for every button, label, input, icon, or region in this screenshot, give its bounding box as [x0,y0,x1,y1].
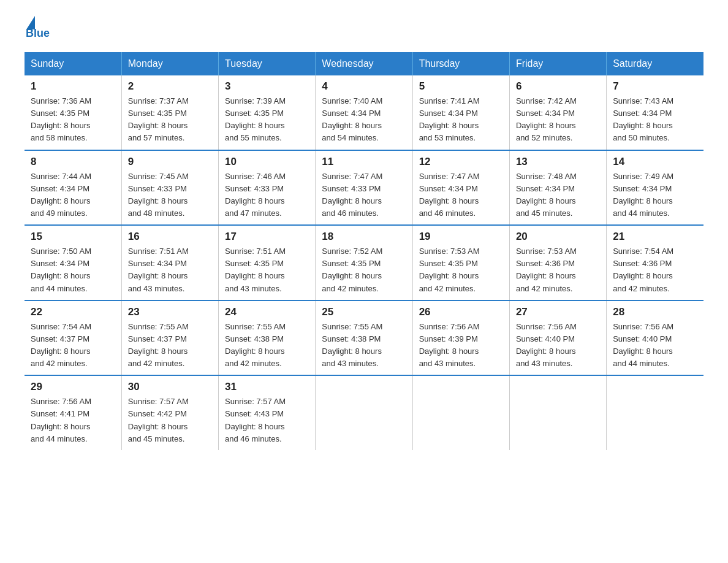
day-info: Sunrise: 7:57 AM Sunset: 4:43 PM Dayligh… [225,396,309,445]
header-wednesday: Wednesday [316,52,412,75]
header-monday: Monday [121,52,218,75]
day-number: 2 [128,80,212,93]
day-number: 10 [225,156,309,168]
calendar-header-row: SundayMondayTuesdayWednesdayThursdayFrid… [25,52,703,75]
day-number: 28 [613,306,697,318]
day-number: 25 [322,306,406,318]
day-info: Sunrise: 7:43 AM Sunset: 4:34 PM Dayligh… [613,95,697,145]
day-number: 19 [419,231,503,243]
day-cell: 30 Sunrise: 7:57 AM Sunset: 4:42 PM Dayl… [121,375,218,450]
header-thursday: Thursday [412,52,509,75]
day-cell: 11 Sunrise: 7:47 AM Sunset: 4:33 PM Dayl… [316,150,412,226]
day-info: Sunrise: 7:46 AM Sunset: 4:33 PM Dayligh… [225,170,309,220]
day-number: 6 [516,80,600,93]
day-number: 3 [225,80,309,93]
day-cell: 31 Sunrise: 7:57 AM Sunset: 4:43 PM Dayl… [219,375,316,450]
day-number: 31 [225,381,309,393]
day-cell: 16 Sunrise: 7:51 AM Sunset: 4:34 PM Dayl… [121,225,218,301]
header-sunday: Sunday [25,52,121,75]
day-cell: 13 Sunrise: 7:48 AM Sunset: 4:34 PM Dayl… [509,150,606,226]
day-info: Sunrise: 7:55 AM Sunset: 4:38 PM Dayligh… [225,321,309,370]
week-row-5: 29 Sunrise: 7:56 AM Sunset: 4:41 PM Dayl… [25,375,703,450]
day-cell: 8 Sunrise: 7:44 AM Sunset: 4:34 PM Dayli… [25,150,121,226]
day-info: Sunrise: 7:55 AM Sunset: 4:38 PM Dayligh… [322,321,406,370]
day-cell [316,375,412,450]
day-cell: 6 Sunrise: 7:42 AM Sunset: 4:34 PM Dayli… [509,75,606,150]
header-tuesday: Tuesday [219,52,316,75]
day-cell: 17 Sunrise: 7:51 AM Sunset: 4:35 PM Dayl… [219,225,316,301]
day-number: 21 [613,231,697,243]
day-cell: 20 Sunrise: 7:53 AM Sunset: 4:36 PM Dayl… [509,225,606,301]
day-info: Sunrise: 7:50 AM Sunset: 4:34 PM Dayligh… [31,245,115,295]
day-info: Sunrise: 7:47 AM Sunset: 4:33 PM Dayligh… [322,170,406,220]
day-cell: 12 Sunrise: 7:47 AM Sunset: 4:34 PM Dayl… [412,150,509,226]
day-cell: 28 Sunrise: 7:56 AM Sunset: 4:40 PM Dayl… [607,301,703,376]
day-cell: 1 Sunrise: 7:36 AM Sunset: 4:35 PM Dayli… [25,75,121,150]
day-number: 22 [31,306,115,318]
day-number: 20 [516,231,600,243]
day-number: 17 [225,231,309,243]
day-number: 4 [322,80,406,93]
day-cell: 10 Sunrise: 7:46 AM Sunset: 4:33 PM Dayl… [219,150,316,226]
day-number: 12 [419,156,503,168]
day-cell: 25 Sunrise: 7:55 AM Sunset: 4:38 PM Dayl… [316,301,412,376]
day-cell: 21 Sunrise: 7:54 AM Sunset: 4:36 PM Dayl… [607,225,703,301]
day-number: 26 [419,306,503,318]
day-cell: 24 Sunrise: 7:55 AM Sunset: 4:38 PM Dayl… [219,301,316,376]
day-info: Sunrise: 7:48 AM Sunset: 4:34 PM Dayligh… [516,170,600,220]
day-number: 24 [225,306,309,318]
day-number: 15 [31,231,115,243]
day-cell: 5 Sunrise: 7:41 AM Sunset: 4:34 PM Dayli… [412,75,509,150]
day-cell: 19 Sunrise: 7:53 AM Sunset: 4:35 PM Dayl… [412,225,509,301]
day-cell: 9 Sunrise: 7:45 AM Sunset: 4:33 PM Dayli… [121,150,218,226]
week-row-1: 1 Sunrise: 7:36 AM Sunset: 4:35 PM Dayli… [25,75,703,150]
day-info: Sunrise: 7:56 AM Sunset: 4:41 PM Dayligh… [31,396,115,445]
day-info: Sunrise: 7:55 AM Sunset: 4:37 PM Dayligh… [128,321,212,370]
day-info: Sunrise: 7:56 AM Sunset: 4:40 PM Dayligh… [516,321,600,370]
day-info: Sunrise: 7:42 AM Sunset: 4:34 PM Dayligh… [516,95,600,145]
page-header: Blue [25,18,703,40]
day-cell: 27 Sunrise: 7:56 AM Sunset: 4:40 PM Dayl… [509,301,606,376]
day-cell [607,375,703,450]
day-cell: 22 Sunrise: 7:54 AM Sunset: 4:37 PM Dayl… [25,301,121,376]
day-info: Sunrise: 7:36 AM Sunset: 4:35 PM Dayligh… [31,95,115,145]
day-info: Sunrise: 7:57 AM Sunset: 4:42 PM Dayligh… [128,396,212,445]
week-row-4: 22 Sunrise: 7:54 AM Sunset: 4:37 PM Dayl… [25,301,703,376]
day-info: Sunrise: 7:41 AM Sunset: 4:34 PM Dayligh… [419,95,503,145]
day-info: Sunrise: 7:53 AM Sunset: 4:35 PM Dayligh… [419,245,503,295]
day-info: Sunrise: 7:45 AM Sunset: 4:33 PM Dayligh… [128,170,212,220]
day-info: Sunrise: 7:49 AM Sunset: 4:34 PM Dayligh… [613,170,697,220]
day-number: 7 [613,80,697,93]
day-number: 1 [31,80,115,93]
day-number: 14 [613,156,697,168]
day-cell: 2 Sunrise: 7:37 AM Sunset: 4:35 PM Dayli… [121,75,218,150]
calendar-table: SundayMondayTuesdayWednesdayThursdayFrid… [25,52,703,450]
day-cell: 4 Sunrise: 7:40 AM Sunset: 4:34 PM Dayli… [316,75,412,150]
day-info: Sunrise: 7:47 AM Sunset: 4:34 PM Dayligh… [419,170,503,220]
day-info: Sunrise: 7:40 AM Sunset: 4:34 PM Dayligh… [322,95,406,145]
day-number: 29 [31,381,115,393]
day-cell: 18 Sunrise: 7:52 AM Sunset: 4:35 PM Dayl… [316,225,412,301]
day-number: 27 [516,306,600,318]
logo-subtitle: Blue [25,27,50,40]
day-info: Sunrise: 7:51 AM Sunset: 4:35 PM Dayligh… [225,245,309,295]
day-info: Sunrise: 7:44 AM Sunset: 4:34 PM Dayligh… [31,170,115,220]
day-number: 18 [322,231,406,243]
day-number: 8 [31,156,115,168]
day-number: 13 [516,156,600,168]
day-number: 30 [128,381,212,393]
day-info: Sunrise: 7:53 AM Sunset: 4:36 PM Dayligh… [516,245,600,295]
day-info: Sunrise: 7:52 AM Sunset: 4:35 PM Dayligh… [322,245,406,295]
day-number: 9 [128,156,212,168]
day-cell: 26 Sunrise: 7:56 AM Sunset: 4:39 PM Dayl… [412,301,509,376]
week-row-3: 15 Sunrise: 7:50 AM Sunset: 4:34 PM Dayl… [25,225,703,301]
header-saturday: Saturday [607,52,703,75]
week-row-2: 8 Sunrise: 7:44 AM Sunset: 4:34 PM Dayli… [25,150,703,226]
day-info: Sunrise: 7:54 AM Sunset: 4:37 PM Dayligh… [31,321,115,370]
day-cell: 29 Sunrise: 7:56 AM Sunset: 4:41 PM Dayl… [25,375,121,450]
logo: Blue [25,18,50,40]
day-number: 16 [128,231,212,243]
day-number: 23 [128,306,212,318]
day-cell: 23 Sunrise: 7:55 AM Sunset: 4:37 PM Dayl… [121,301,218,376]
day-cell: 3 Sunrise: 7:39 AM Sunset: 4:35 PM Dayli… [219,75,316,150]
